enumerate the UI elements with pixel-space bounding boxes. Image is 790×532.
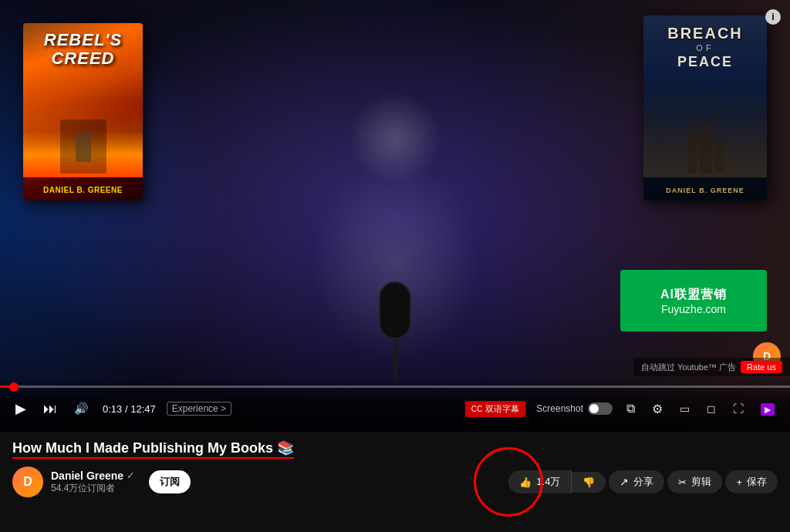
apps-icon: ▶ — [761, 403, 775, 416]
settings-button[interactable]: ⚙ — [649, 399, 666, 419]
screenshot-switch[interactable] — [588, 402, 613, 415]
screenshot-toggle[interactable]: Screenshot — [536, 402, 613, 415]
progress-dot — [9, 382, 19, 392]
screenshot-label: Screenshot — [536, 403, 583, 414]
share-icon: ↗ — [620, 476, 629, 488]
channel-name[interactable]: Daniel Greene — [51, 470, 123, 482]
auto-skip-bar: 自动跳过 Youtube™ 广告 Rate us — [633, 358, 790, 376]
video-title: How Much I Made Publishing My Books 📚 — [12, 439, 294, 459]
subtitle-cc-icon: CC — [471, 405, 482, 413]
info-bar: How Much I Made Publishing My Books 📚 D … — [0, 432, 790, 532]
breach-figure-3 — [715, 139, 724, 173]
volume-button[interactable]: 🔊 — [71, 399, 92, 419]
ad-text-line1: AI联盟营销 — [660, 287, 727, 303]
fullscreen-button[interactable]: ⛶ — [730, 399, 747, 419]
verified-icon: ✓ — [127, 470, 135, 481]
toggle-knob — [589, 404, 599, 413]
progress-bar[interactable] — [0, 386, 790, 388]
ad-text-line2: Fuyuzhe.com — [661, 303, 726, 315]
subtitles-icon-button[interactable]: ⧉ — [623, 399, 638, 419]
volume-icon: 🔊 — [74, 402, 89, 416]
subscribe-button[interactable]: 订阅 — [149, 470, 191, 493]
skip-icon: ⏭ — [43, 401, 57, 417]
like-dislike-group: 👍 1.4万 👎 — [508, 470, 606, 493]
channel-row: D Daniel Greene ✓ 54.4万位订阅者 订阅 👍 1.4万 — [12, 466, 778, 497]
rate-us-button[interactable]: Rate us — [741, 361, 782, 373]
video-controls: ▶ ⏭ 🔊 0:13 / 12:47 Experience > CC — [0, 378, 790, 432]
time-total: 12:47 — [130, 403, 156, 415]
breach-title-line2: OF — [667, 43, 743, 52]
channel-name-row: Daniel Greene ✓ — [51, 470, 135, 482]
share-button[interactable]: ↗ 分享 — [609, 470, 664, 493]
skip-button[interactable]: ⏭ — [40, 398, 60, 420]
microphone — [379, 281, 411, 382]
save-icon: + — [736, 476, 742, 488]
clip-label: 剪辑 — [691, 475, 711, 489]
video-title-row: How Much I Made Publishing My Books 📚 — [12, 439, 778, 459]
time-display: 0:13 / 12:47 — [103, 403, 156, 415]
settings-icon: ⚙ — [652, 402, 663, 416]
video-player[interactable]: REBEL'S CREED DANIEL B. GREENE BREACH OF… — [0, 0, 790, 432]
like-icon: 👍 — [519, 476, 532, 488]
save-label: 保存 — [747, 475, 767, 489]
miniplayer-icon: ▭ — [680, 402, 690, 415]
breach-title-line1: BREACH — [667, 25, 743, 42]
save-button[interactable]: + 保存 — [725, 470, 778, 493]
subtitle-button[interactable]: CC 双语字幕 — [465, 401, 525, 417]
info-icon[interactable]: i — [765, 9, 781, 25]
dislike-icon: 👎 — [582, 476, 595, 488]
subscriber-count: 54.4万位订阅者 — [51, 482, 135, 495]
breach-author: DANIEL B. GREENE — [643, 187, 767, 194]
mic-head — [379, 281, 411, 339]
subtitles-icon: ⧉ — [626, 402, 635, 415]
dislike-button[interactable]: 👎 — [572, 472, 606, 493]
subtitle-label: 双语字幕 — [485, 403, 519, 415]
book-breach-of-peace: BREACH OF PEACE DANIEL B. GREENE — [643, 15, 767, 200]
time-current: 0:13 — [103, 403, 122, 415]
breach-figure-1 — [687, 131, 697, 173]
fullscreen-icon: ⛶ — [733, 402, 744, 415]
action-buttons: 👍 1.4万 👎 ↗ 分享 ✂ 剪辑 + 保存 — [508, 470, 778, 493]
theatre-button[interactable]: ◻ — [704, 399, 719, 419]
play-button[interactable]: ▶ — [12, 397, 29, 420]
like-count: 1.4万 — [536, 475, 560, 489]
auto-skip-label: 自动跳过 Youtube™ 广告 — [641, 362, 736, 373]
ad-overlay: AI联盟营销 Fuyuzhe.com — [620, 270, 767, 332]
breach-title-group: BREACH OF PEACE — [667, 25, 743, 70]
breach-figure-2 — [700, 123, 712, 173]
more-apps-button[interactable]: ▶ — [758, 399, 778, 419]
title-line: How Much I Made Publishing My Books 📚 — [12, 439, 294, 459]
like-button[interactable]: 👍 1.4万 — [508, 470, 572, 493]
play-icon: ▶ — [15, 400, 26, 417]
rebels-creed-title: REBEL'S CREED — [44, 31, 122, 68]
breach-scene — [643, 85, 767, 177]
book-rebels-creed: REBEL'S CREED DANIEL B. GREENE — [23, 23, 143, 200]
miniplayer-button[interactable]: ▭ — [677, 399, 693, 419]
rebels-creed-figure — [60, 120, 106, 173]
channel-avatar[interactable]: D — [12, 466, 43, 497]
title-container: How Much I Made Publishing My Books 📚 — [12, 439, 294, 459]
clip-icon: ✂ — [678, 476, 687, 488]
theatre-icon: ◻ — [707, 402, 716, 415]
mic-stand — [393, 339, 397, 382]
share-label: 分享 — [633, 475, 653, 489]
breach-title-line3: PEACE — [667, 54, 743, 70]
channel-info: Daniel Greene ✓ 54.4万位订阅者 — [51, 470, 135, 495]
experience-label[interactable]: Experience > — [167, 402, 231, 416]
rebels-creed-author: DANIEL B. GREENE — [23, 186, 143, 194]
clip-button[interactable]: ✂ 剪辑 — [667, 470, 722, 493]
